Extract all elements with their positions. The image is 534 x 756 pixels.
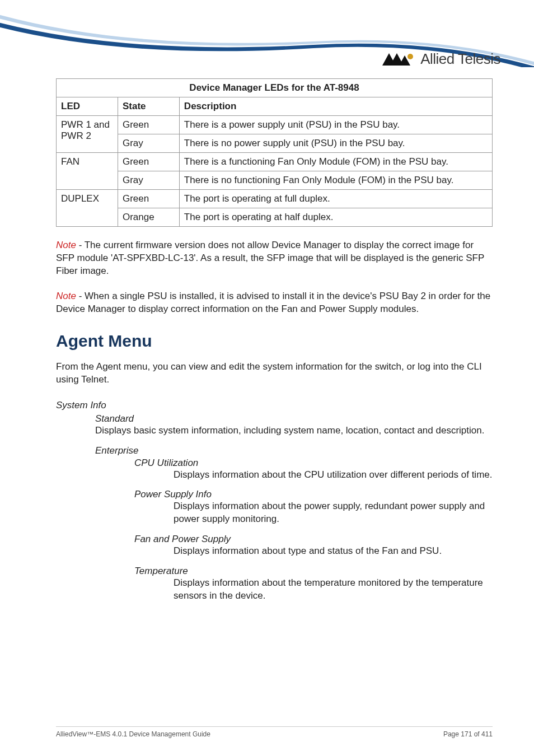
cell-desc: The port is operating at half duplex. (179, 208, 492, 227)
cell-state: Green (118, 153, 179, 171)
page-footer: AlliedView™-EMS 4.0.1 Device Management … (56, 726, 493, 738)
col-description: Description (179, 97, 492, 116)
content-area: Device Manager LEDs for the AT-8948 LED … (56, 78, 493, 603)
brand-logo: Allied Telesis (382, 50, 500, 68)
fan-power-supply-body: Displays information about type and stat… (174, 545, 493, 558)
table-row: Gray There is no power supply unit (PSU)… (57, 134, 493, 153)
table-header-row: LED State Description (57, 97, 493, 116)
fan-power-supply-block: Fan and Power Supply Displays informatio… (134, 534, 493, 558)
footer-left: AlliedView™-EMS 4.0.1 Device Management … (56, 730, 210, 738)
system-info-head: System Info (56, 400, 493, 411)
cell-desc: The port is operating at full duplex. (179, 190, 492, 208)
note-paragraph: Note - The current firmware version does… (56, 239, 493, 278)
power-supply-info-head: Power Supply Info (134, 489, 493, 500)
power-supply-info-body: Displays information about the power sup… (174, 500, 493, 526)
table-row: FAN Green There is a functioning Fan Onl… (57, 153, 493, 171)
note-text: - The current firmware version does not … (56, 240, 484, 276)
table-row: Orange The port is operating at half dup… (57, 208, 493, 227)
table-row: PWR 1 and PWR 2 Green There is a power s… (57, 116, 493, 134)
cpu-util-head: CPU Utilization (134, 458, 493, 469)
temperature-head: Temperature (134, 566, 493, 577)
cell-state: Green (118, 190, 179, 208)
table-row: Gray There is no functioning Fan Only Mo… (57, 171, 493, 190)
power-supply-info-block: Power Supply Info Displays information a… (134, 489, 493, 526)
temperature-body: Displays information about the temperatu… (174, 577, 493, 603)
temperature-block: Temperature Displays information about t… (134, 566, 493, 603)
page: Allied Telesis Device Manager LEDs for t… (0, 0, 534, 756)
enterprise-block: Enterprise CPU Utilization Displays info… (95, 445, 493, 603)
cell-desc: There is a power supply unit (PSU) in th… (179, 116, 492, 134)
cpu-util-block: CPU Utilization Displays information abo… (134, 458, 493, 482)
cell-led: DUPLEX (57, 190, 118, 227)
agent-menu-heading: Agent Menu (56, 332, 493, 351)
cell-led: PWR 1 and PWR 2 (57, 116, 118, 153)
note-text: - When a single PSU is installed, it is … (56, 291, 490, 314)
led-table-caption: Device Manager LEDs for the AT-8948 (56, 78, 493, 97)
led-table: Device Manager LEDs for the AT-8948 LED … (56, 78, 493, 227)
note-label: Note (56, 240, 76, 250)
cell-state: Green (118, 116, 179, 134)
fan-power-supply-head: Fan and Power Supply (134, 534, 493, 545)
cell-desc: There is no functioning Fan Only Module … (179, 171, 492, 190)
col-led: LED (57, 97, 118, 116)
brand-logo-mark (382, 52, 416, 67)
cell-state: Gray (118, 134, 179, 153)
note-label: Note (56, 291, 76, 301)
cell-led: FAN (57, 153, 118, 190)
brand-logo-text: Allied Telesis (420, 50, 500, 68)
cell-state: Gray (118, 171, 179, 190)
standard-head: Standard (95, 413, 493, 424)
cell-desc: There is a functioning Fan Only Module (… (179, 153, 492, 171)
table-row: DUPLEX Green The port is operating at fu… (57, 190, 493, 208)
svg-point-3 (407, 54, 413, 59)
cell-state: Orange (118, 208, 179, 227)
standard-block: Standard Displays basic system informati… (95, 413, 493, 437)
note-paragraph: Note - When a single PSU is installed, i… (56, 290, 493, 316)
col-state: State (118, 97, 179, 116)
cpu-util-body: Displays information about the CPU utili… (174, 469, 493, 482)
enterprise-head: Enterprise (95, 445, 493, 456)
cell-desc: There is no power supply unit (PSU) in t… (179, 134, 492, 153)
footer-right: Page 171 of 411 (443, 730, 493, 738)
agent-intro: From the Agent menu, you can view and ed… (56, 361, 493, 386)
standard-body: Displays basic system information, inclu… (95, 424, 493, 437)
